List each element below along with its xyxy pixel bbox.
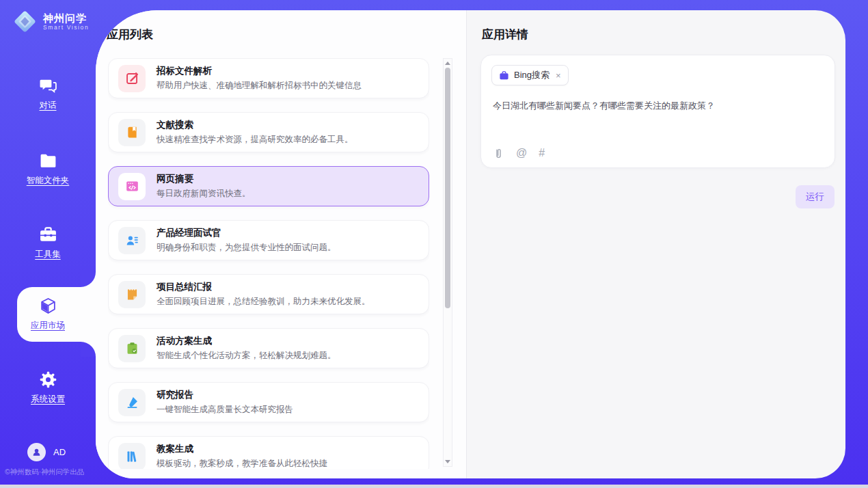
app-card-list: 招标文件解析 帮助用户快速、准确地理解和解析招标书中的关键信息 文献搜索 快速精… — [108, 58, 429, 469]
book-icon — [118, 119, 146, 146]
app-card-description: 每日政府新闻资讯快查。 — [157, 188, 251, 200]
app-card-title: 招标文件解析 — [157, 65, 362, 77]
app-card[interactable]: 活动方案生成 智能生成个性化活动方案，轻松解决规划难题。 — [108, 328, 429, 368]
app-card-title: 研究报告 — [157, 389, 293, 401]
clipboard-check-icon — [118, 335, 146, 362]
books-icon — [118, 443, 146, 470]
toolbox-icon — [39, 226, 57, 244]
content-window: 应用列表 招标文件解析 帮助用户快速、准确地理解和解析招标书中的关键信息 文献搜… — [96, 10, 845, 478]
active-tab-fillet-top — [81, 272, 96, 287]
app-card[interactable]: 文献搜索 快速精准查找学术资源，提高研究效率的必备工具。 — [108, 112, 429, 152]
app-list-panel: 应用列表 招标文件解析 帮助用户快速、准确地理解和解析招标书中的关键信息 文献搜… — [96, 10, 466, 478]
tool-tag-bing-search[interactable]: Bing搜索 × — [491, 65, 569, 85]
sidebar-item-toolset[interactable]: 工具集 — [0, 226, 96, 260]
app-card-description: 明确身份和职责，为您提供专业性的面试问题。 — [157, 242, 336, 254]
interviewer-icon — [118, 227, 146, 254]
app-card-title: 网页摘要 — [157, 173, 251, 185]
app-card-description: 智能生成个性化活动方案，轻松解决规划难题。 — [157, 350, 336, 362]
briefcase-icon — [499, 70, 509, 81]
run-button[interactable]: 运行 — [796, 185, 835, 208]
query-input-card[interactable]: Bing搜索 × 今日湖北有哪些新闻要点？有哪些需要关注的最新政策？ @ # — [480, 55, 835, 168]
sidebar-item-smart-folders[interactable]: 智能文件夹 — [0, 152, 96, 187]
report-pen-icon — [118, 389, 146, 416]
mention-icon[interactable]: @ — [516, 146, 527, 160]
app-card[interactable]: 招标文件解析 帮助用户快速、准确地理解和解析招标书中的关键信息 — [108, 58, 429, 98]
sidebar-item-app-market[interactable]: 应用市场 — [0, 297, 96, 331]
edit-doc-icon — [118, 65, 146, 92]
user-avatar-icon — [27, 443, 46, 461]
user-initials: AD — [53, 447, 66, 457]
brand-subtitle: Smart Vision — [43, 24, 89, 31]
chat-icon — [39, 77, 57, 95]
app-card-description: 模板驱动，教案秒成，教学准备从此轻松快捷 — [157, 458, 327, 469]
app-card[interactable]: 产品经理面试官 明确身份和职责，为您提供专业性的面试问题。 — [108, 220, 429, 260]
app-card-description: 快速精准查找学术资源，提高研究效率的必备工具。 — [157, 134, 353, 146]
cube-icon — [39, 297, 57, 315]
app-card-description: 全面回顾项目进展，总结经验教训，助力未来优化发展。 — [157, 296, 370, 308]
app-detail-title: 应用详情 — [482, 27, 528, 42]
browser-code-icon — [118, 173, 146, 200]
user-account[interactable]: AD — [27, 443, 66, 461]
app-list-title: 应用列表 — [107, 27, 153, 42]
brand-name: 神州问学 — [43, 12, 89, 24]
app-card-title: 教案生成 — [157, 443, 327, 455]
scrollbar[interactable] — [443, 58, 452, 467]
app-card-title: 产品经理面试官 — [157, 227, 336, 239]
brand-diamond-icon — [12, 9, 38, 34]
app-card-title: 项目总结汇报 — [157, 281, 370, 293]
query-text-input[interactable]: 今日湖北有哪些新闻要点？有哪些需要关注的最新政策？ — [493, 99, 824, 112]
sidebar-item-chat[interactable]: 对话 — [0, 77, 96, 111]
sidebar: 神州问学 Smart Vision 对话 智能文件夹 工具集 应用市场 系统设置… — [0, 0, 96, 488]
note-icon — [118, 281, 146, 308]
app-card[interactable]: 网页摘要 每日政府新闻资讯快查。 — [108, 166, 429, 206]
gear-icon — [39, 370, 57, 389]
tool-tag-label: Bing搜索 — [514, 69, 550, 81]
app-card[interactable]: 教案生成 模板驱动，教案秒成，教学准备从此轻松快捷 — [108, 436, 429, 469]
scrollbar-up-arrow-icon[interactable] — [445, 62, 450, 65]
app-window: { "app": { "brand": "神州问学", "brand_sub":… — [0, 0, 868, 488]
brand-logo: 神州问学 Smart Vision — [12, 9, 89, 34]
app-card-description: 帮助用户快速、准确地理解和解析招标书中的关键信息 — [157, 80, 362, 92]
app-card[interactable]: 研究报告 一键智能生成高质量长文本研究报告 — [108, 382, 429, 422]
input-toolbar: @ # — [493, 146, 545, 160]
folder-icon — [39, 152, 57, 170]
app-card[interactable]: 项目总结汇报 全面回顾项目进展，总结经验教训，助力未来优化发展。 — [108, 274, 429, 314]
app-card-title: 活动方案生成 — [157, 335, 336, 347]
scrollbar-down-arrow-icon[interactable] — [445, 460, 450, 463]
tag-close-icon[interactable]: × — [556, 70, 561, 81]
sidebar-item-system-settings[interactable]: 系统设置 — [0, 370, 96, 405]
hash-icon[interactable]: # — [539, 146, 545, 160]
app-detail-panel: 应用详情 Bing搜索 × 今日湖北有哪些新闻要点？有哪些需要关注的最新政策？ — [467, 10, 845, 478]
active-tab-fillet-bottom — [81, 342, 96, 357]
app-card-title: 文献搜索 — [157, 119, 353, 131]
app-card-description: 一键智能生成高质量长文本研究报告 — [157, 404, 293, 416]
attachment-icon[interactable] — [493, 148, 504, 159]
copyright-text: ©神州数码·神州问学出品 — [5, 467, 84, 477]
scrollbar-thumb[interactable] — [445, 68, 450, 308]
window-bottom-edge — [0, 485, 868, 488]
